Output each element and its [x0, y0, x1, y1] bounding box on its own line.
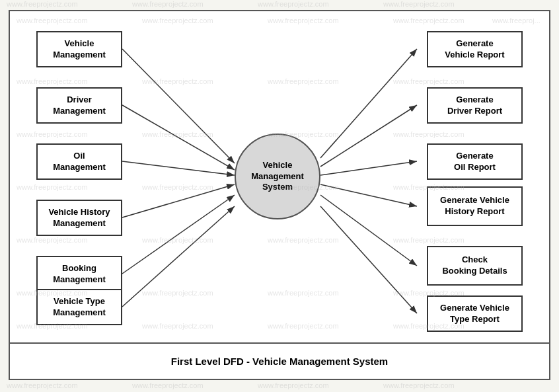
watermark-7: www.freeprojectz.com [142, 77, 213, 85]
diagram-title: First Level DFD - Vehicle Management Sys… [10, 342, 549, 379]
svg-line-10 [320, 184, 417, 206]
body-watermark-bot-4: www.freeprojectz.com [383, 381, 455, 389]
body-watermark-bot-2: www.freeprojectz.com [132, 381, 204, 389]
check-booking-details-box: Check Booking Details [427, 246, 523, 286]
watermark-27: www.freeprojectz.com [142, 322, 213, 330]
watermark-3: www.freeprojectz.com [268, 17, 339, 24]
center-label: Vehicle Management System [251, 160, 303, 194]
watermark-28: www.freeprojectz.com [268, 322, 339, 330]
main-container: Vehicle Management System Vehicle Manage… [9, 10, 550, 380]
watermark-9: www.freeprojectz.com [393, 77, 465, 85]
svg-line-7 [320, 49, 417, 158]
svg-line-6 [122, 206, 235, 307]
body-watermark-bot-1: www.freeprojectz.com [7, 381, 78, 389]
svg-line-11 [320, 195, 417, 266]
watermark-11: www.freeprojectz.com [142, 130, 213, 138]
body-watermark-top-4: www.freeprojectz.com [383, 0, 455, 8]
vehicle-history-management-box: Vehicle History Management [36, 200, 122, 236]
watermark-6: www.freeprojectz.com [17, 77, 88, 85]
watermark-1: www.freeprojectz.com [17, 17, 88, 24]
body-watermark-bot-3: www.freeprojectz.com [258, 381, 329, 389]
watermark-20: www.freeprojectz.com [268, 236, 339, 244]
body-watermark-top-3: www.freeprojectz.com [258, 0, 329, 8]
svg-line-4 [122, 184, 235, 217]
watermark-4: www.freeprojectz.com [393, 17, 465, 24]
watermark-13: www.freeprojectz.com [393, 130, 465, 138]
generate-driver-report-box: Generate Driver Report [427, 87, 523, 124]
svg-line-2 [122, 105, 235, 170]
center-circle: Vehicle Management System [235, 134, 320, 219]
generate-oil-report-box: Generate Oil Report [427, 143, 523, 180]
generate-vehicle-report-box: Generate Vehicle Report [427, 31, 523, 67]
watermark-18: www.freeprojectz.com [17, 236, 88, 244]
vehicle-management-box: Vehicle Management [36, 31, 122, 67]
booking-management-box: Booking Management [36, 256, 122, 292]
watermark-2: www.freeprojectz.com [142, 17, 213, 24]
diagram-area: Vehicle Management System Vehicle Manage… [10, 11, 549, 342]
body-watermark-top-1: www.freeprojectz.com [7, 0, 78, 8]
svg-line-8 [320, 105, 417, 167]
generate-vehicle-type-report-box: Generate Vehicle Type Report [427, 295, 523, 332]
watermark-24: www.freeprojectz.com [268, 289, 339, 297]
oil-management-box: Oil Management [36, 143, 122, 180]
body-watermark-top-2: www.freeprojectz.com [132, 0, 204, 8]
svg-line-3 [122, 161, 235, 175]
vehicle-type-management-box: Vehicle Type Management [36, 289, 122, 325]
watermark-21: www.freeprojectz.com [393, 236, 465, 244]
generate-vehicle-history-report-box: Generate Vehicle History Report [427, 186, 523, 226]
watermark-23: www.freeprojectz.com [142, 289, 213, 297]
watermark-10: www.freeprojectz.com [17, 130, 88, 138]
watermark-15: www.freeprojectz.com [142, 183, 213, 191]
svg-line-5 [122, 195, 235, 274]
watermark-5: www.freeproj... [492, 17, 540, 24]
watermark-14: www.freeprojectz.com [17, 183, 88, 191]
watermark-8: www.freeprojectz.com [268, 77, 339, 85]
svg-line-12 [320, 206, 417, 313]
svg-line-9 [320, 161, 417, 175]
driver-management-box: Driver Management [36, 87, 122, 124]
diagram-title-text: First Level DFD - Vehicle Management Sys… [171, 356, 388, 367]
svg-line-1 [122, 49, 235, 163]
watermark-19: www.freeprojectz.com [142, 236, 213, 244]
